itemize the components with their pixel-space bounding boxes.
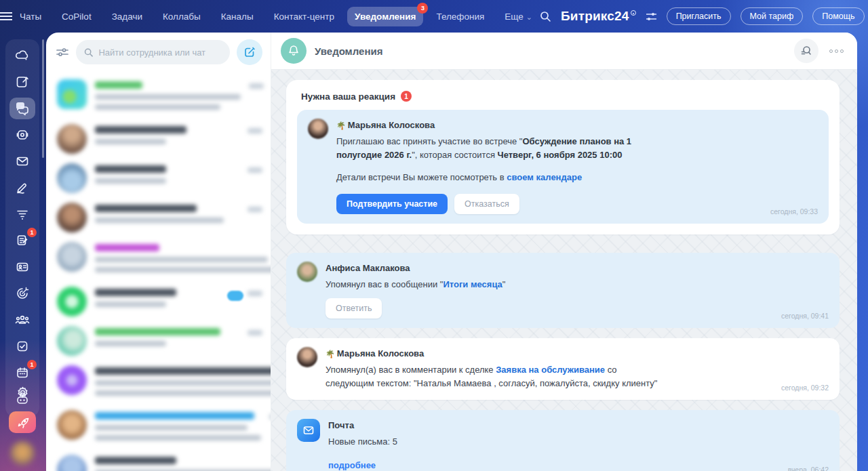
chat-name-blurred xyxy=(95,165,166,173)
bitrix24-logo: Битрикс24 xyxy=(561,9,636,24)
avatar[interactable] xyxy=(308,119,328,139)
settings-gear-icon[interactable] xyxy=(9,382,35,403)
notifications-header: Уведомления xyxy=(271,33,857,70)
chat-search-input[interactable] xyxy=(98,47,222,58)
idcard-icon[interactable] xyxy=(9,256,35,278)
mail-app-icon[interactable] xyxy=(297,419,320,442)
chat-search[interactable] xyxy=(76,40,230,64)
bell-icon xyxy=(281,38,307,64)
chat-avatar xyxy=(57,124,87,154)
chat-list-item[interactable] xyxy=(56,119,264,159)
nav-item-чаты[interactable]: Чаты xyxy=(12,7,49,26)
chat-list-item[interactable] xyxy=(56,237,264,282)
invite-button[interactable]: Пригласить xyxy=(667,7,731,25)
sidebar-rail: 1 1 xyxy=(5,39,39,417)
decline-button[interactable]: Отказаться xyxy=(454,194,519,214)
nav-item-телефония[interactable]: Телефония xyxy=(429,7,492,26)
chat-avatar xyxy=(57,410,87,440)
sign-pen-icon[interactable] xyxy=(9,177,35,199)
calendar-icon[interactable]: 1 xyxy=(9,362,35,384)
docs-badge: 1 xyxy=(27,228,37,237)
chat-time-blurred xyxy=(269,414,271,419)
help-button[interactable]: Помощь xyxy=(812,7,864,25)
chevron-down-icon: ⌄ xyxy=(526,13,532,21)
chat-list-item[interactable] xyxy=(56,198,264,237)
sidebar-scrollbar[interactable] xyxy=(42,39,44,158)
sliders-icon[interactable] xyxy=(646,12,657,22)
chat-panel xyxy=(46,33,271,471)
sender-name[interactable]: 🌴Марьяна Колоскова xyxy=(336,119,818,132)
market-rocket-icon[interactable] xyxy=(9,411,36,433)
nav-badge: 3 xyxy=(417,3,428,14)
chat-list-item[interactable] xyxy=(56,159,264,198)
chat-list-item[interactable] xyxy=(56,361,264,405)
chat-name-blurred xyxy=(95,289,176,296)
copilot-cloud-icon[interactable] xyxy=(9,45,35,66)
chat-name-blurred xyxy=(95,81,142,89)
notification-mention-deal: 🌴Марьяна Колоскова Упомянул(а) вас в ком… xyxy=(286,338,840,400)
notification-search-icon[interactable] xyxy=(794,39,818,63)
filter-icon[interactable] xyxy=(56,46,69,58)
mail-text: Новые письма: 5 xyxy=(328,435,664,449)
people-icon[interactable] xyxy=(9,309,35,331)
avatar[interactable] xyxy=(297,347,317,367)
chat-preview-blurred xyxy=(95,267,271,272)
meeting-calendar-line[interactable]: Детали встречи Вы можете посмотреть в св… xyxy=(336,171,672,184)
sender-name[interactable]: 🌴Марьяна Колоскова xyxy=(326,347,829,361)
chat-name-blurred xyxy=(95,457,176,464)
nav-item-контакт-центр[interactable]: Контакт-центр xyxy=(267,7,342,26)
chat-name-blurred xyxy=(95,412,254,419)
nav-item-задачи[interactable]: Задачи xyxy=(104,7,150,26)
chat-list-item[interactable] xyxy=(56,282,264,321)
sidebar-user-avatar[interactable] xyxy=(10,441,35,466)
calendar-badge: 1 xyxy=(27,360,37,369)
chat-list-item[interactable] xyxy=(56,450,264,471)
nav-item-коллабы[interactable]: Коллабы xyxy=(155,7,208,26)
chat-preview-blurred xyxy=(95,341,166,346)
tariff-button[interactable]: Мой тариф xyxy=(741,7,804,25)
funnel-icon[interactable] xyxy=(9,203,35,225)
nav-item-уведомления[interactable]: Уведомления3 xyxy=(347,7,423,26)
nav-item-каналы[interactable]: Каналы xyxy=(214,7,261,26)
chat-preview-blurred xyxy=(95,94,241,100)
nav-item-еще[interactable]: Еще⌄ xyxy=(497,7,540,26)
timestamp: сегодня, 09:41 xyxy=(781,312,829,320)
mention-text[interactable]: Упомянул вас в сообщении "Итоги месяца" xyxy=(326,278,661,291)
tasks-check-icon[interactable] xyxy=(9,335,35,357)
chat-list-item[interactable] xyxy=(56,321,264,361)
confirm-participation-button[interactable]: Подтвердить участие xyxy=(336,194,448,214)
notifications-body: Нужна ваша реакция 1 🌴Марьяна Колоскова … xyxy=(271,70,857,471)
chat-avatar xyxy=(57,455,87,471)
search-icon[interactable] xyxy=(540,11,551,22)
compose-chat-button[interactable] xyxy=(237,39,262,65)
notification-mail: Почта Новые письма: 5 подробнее вчера, 0… xyxy=(286,410,840,471)
chat-time-blurred xyxy=(248,207,262,212)
sender-name[interactable]: Анфиса Маклакова xyxy=(326,262,829,275)
left-sidebar: 1 1 xyxy=(0,33,46,471)
timestamp: вчера, 06:42 xyxy=(788,466,829,471)
chat-list-item[interactable] xyxy=(56,405,264,450)
deal-mention-text[interactable]: Упомянул(а) вас в комментарии к сделке З… xyxy=(326,363,661,390)
chat-preview-blurred xyxy=(95,302,166,307)
reply-button[interactable]: Ответить xyxy=(326,298,382,319)
crm-target-icon[interactable] xyxy=(9,283,35,304)
feed-note-icon[interactable] xyxy=(9,71,35,93)
section-badge: 1 xyxy=(401,91,412,102)
timestamp: сегодня, 09:32 xyxy=(781,384,829,392)
more-link[interactable]: подробнее xyxy=(328,459,376,471)
needs-reaction-section: Нужна ваша реакция 1 🌴Марьяна Колоскова … xyxy=(286,80,840,234)
timestamp: сегодня, 09:33 xyxy=(770,207,818,216)
avatar[interactable] xyxy=(297,262,317,282)
messenger-icon[interactable] xyxy=(9,98,35,119)
notifications-panel: Уведомления Нужна ваша реакция 1 🌴Марьян xyxy=(271,33,857,471)
hamburger-menu-icon[interactable] xyxy=(0,12,12,20)
chat-list-item[interactable] xyxy=(56,75,264,119)
chat-avatar xyxy=(57,203,87,232)
video-robot-icon[interactable] xyxy=(9,124,35,146)
mail-title[interactable]: Почта xyxy=(328,419,829,432)
mail-icon[interactable] xyxy=(9,150,35,172)
docs-icon[interactable]: 1 xyxy=(9,230,35,251)
search-icon xyxy=(84,47,93,58)
nav-item-copilot[interactable]: CoPilot xyxy=(54,7,99,26)
more-menu-icon[interactable] xyxy=(828,45,845,57)
